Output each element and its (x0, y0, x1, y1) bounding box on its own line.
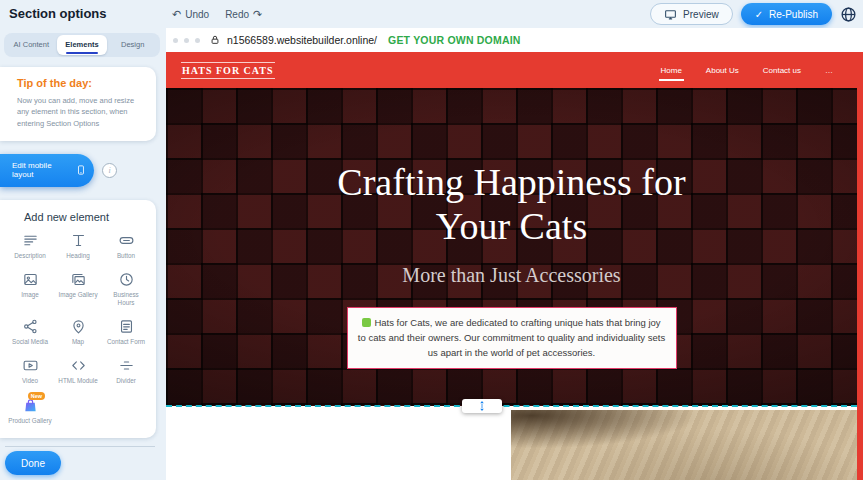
undo-redo-group: ↶ Undo Redo ↷ (172, 0, 262, 28)
site-edge-strip (857, 52, 863, 480)
sidebar-divider (5, 446, 155, 447)
description-icon (22, 232, 39, 249)
hero-section[interactable]: Crafting Happiness for Your Cats More th… (166, 88, 857, 406)
monitor-icon (664, 8, 677, 21)
browser-chrome-bar: n1566589.websitebuilder.online/ GET YOUR… (166, 28, 863, 52)
tip-title: Tip of the day: (17, 77, 144, 89)
green-square-icon (362, 318, 371, 327)
site-header: HATS FOR CATS Home About Us Contact us … (166, 52, 857, 88)
business-hours-icon (118, 271, 135, 288)
edit-mobile-row: Edit mobile layout i (0, 154, 166, 187)
topbar-actions: Preview ✓ Re-Publish (650, 3, 857, 25)
info-icon[interactable]: i (102, 163, 117, 178)
sidebar-tabs: AI Content Elements Design (4, 33, 160, 57)
element-heading[interactable]: Heading (54, 232, 102, 260)
hero-heading[interactable]: Crafting Happiness for Your Cats (297, 160, 727, 248)
top-toolbar: Section options ↶ Undo Redo ↷ Preview ✓ … (0, 0, 863, 28)
nav-home[interactable]: Home (659, 60, 684, 81)
element-image[interactable]: Image (6, 271, 54, 307)
tab-ai-content[interactable]: AI Content (6, 35, 57, 55)
page-title: Section options (9, 6, 107, 21)
add-panel-title: Add new element (24, 211, 150, 223)
nav-about-us[interactable]: About Us (704, 60, 741, 81)
redo-icon: ↷ (253, 8, 262, 21)
browser-dot (173, 38, 178, 43)
add-element-panel: Add new element Description Heading Butt… (0, 200, 156, 438)
browser-dot (184, 38, 189, 43)
element-contact-form[interactable]: Contact Form (102, 318, 150, 346)
element-divider[interactable]: Divider (102, 357, 150, 385)
contact-form-icon (118, 318, 135, 335)
tip-card: Tip of the day: Now you can add, move an… (0, 67, 156, 141)
image-icon (22, 271, 39, 288)
nav-contact-us[interactable]: Contact us (761, 60, 803, 81)
preview-button[interactable]: Preview (650, 3, 733, 25)
globe-icon[interactable] (840, 6, 857, 23)
element-description[interactable]: Description (6, 232, 54, 260)
element-product-gallery[interactable]: New Product Gallery (6, 397, 54, 425)
html-module-icon (70, 357, 87, 374)
tip-body: Now you can add, move and resize any ele… (17, 95, 144, 129)
done-button[interactable]: Done (5, 451, 61, 475)
tab-elements[interactable]: Elements (57, 35, 108, 55)
image-gallery-icon (70, 271, 87, 288)
element-map[interactable]: Map (54, 318, 102, 346)
hero-paragraph-box[interactable]: Hats for Cats, we are dedicated to craft… (347, 307, 677, 369)
divider-icon (118, 357, 135, 374)
phone-icon (76, 162, 86, 178)
lock-icon (210, 35, 220, 45)
check-icon: ✓ (755, 9, 763, 20)
edit-mobile-layout-button[interactable]: Edit mobile layout (0, 154, 94, 187)
next-section-image[interactable] (511, 410, 857, 480)
get-domain-link[interactable]: GET YOUR OWN DOMAIN (388, 34, 521, 46)
element-html-module[interactable]: HTML Module (54, 357, 102, 385)
hero-subheading[interactable]: More than Just Accessories (166, 264, 857, 287)
undo-label: Undo (185, 9, 209, 20)
undo-button[interactable]: ↶ Undo (172, 8, 209, 21)
redo-label: Redo (225, 9, 249, 20)
hero-paragraph: Hats for Cats, we are dedicated to craft… (358, 317, 665, 357)
element-business-hours[interactable]: Business Hours (102, 271, 150, 307)
element-button[interactable]: Button (102, 232, 150, 260)
app-root: Section options ↶ Undo Redo ↷ Preview ✓ … (0, 0, 863, 480)
element-image-gallery[interactable]: Image Gallery (54, 271, 102, 307)
site-preview: HATS FOR CATS Home About Us Contact us …… (166, 52, 857, 406)
map-icon (70, 318, 87, 335)
website-canvas: n1566589.websitebuilder.online/ GET YOUR… (166, 28, 863, 480)
next-section-area (166, 407, 857, 480)
new-badge: New (28, 392, 45, 400)
site-logo[interactable]: HATS FOR CATS (181, 62, 275, 79)
republish-button[interactable]: ✓ Re-Publish (741, 3, 832, 25)
sidebar: AI Content Elements Design Tip of the da… (0, 28, 166, 480)
redo-button[interactable]: Redo ↷ (225, 8, 262, 21)
tab-design[interactable]: Design (107, 35, 158, 55)
social-media-icon (22, 318, 39, 335)
nav-more[interactable]: … (823, 60, 835, 81)
element-video[interactable]: Video (6, 357, 54, 385)
section-resize-handle[interactable] (462, 399, 502, 413)
site-nav: Home About Us Contact us … (659, 52, 836, 88)
element-social-media[interactable]: Social Media (6, 318, 54, 346)
element-grid: Description Heading Button Image Image G… (6, 232, 150, 425)
undo-icon: ↶ (172, 8, 181, 21)
button-icon (118, 232, 135, 249)
heading-icon (70, 232, 87, 249)
browser-dot (195, 38, 200, 43)
site-url[interactable]: n1566589.websitebuilder.online/ (227, 34, 377, 46)
resize-arrows-icon (476, 400, 488, 412)
video-icon (22, 357, 39, 374)
